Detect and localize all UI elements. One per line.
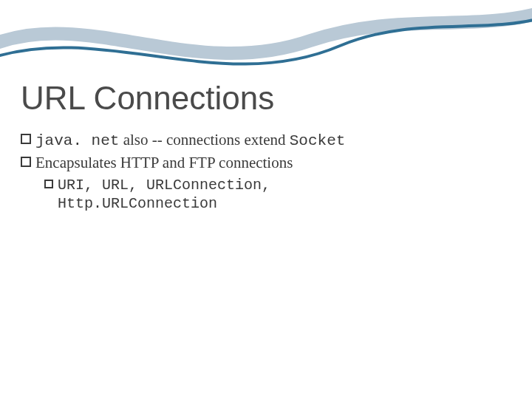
bullet-1-text: java. net also -- connections extend Soc… [35, 130, 345, 151]
wave-decor [0, 0, 532, 89]
slide: URL Connections java. net also -- connec… [0, 0, 532, 399]
bullet-1-code-b: Socket [290, 132, 346, 149]
subbullet-1-text: URI, URL, URLConnection, Http.URLConnect… [58, 176, 270, 214]
slide-content: java. net also -- connections extend Soc… [21, 130, 508, 214]
bullet-square-icon [21, 134, 31, 144]
subbullet-1-line1: URI, URL, URLConnection, [58, 176, 270, 195]
bullet-1-code-a: java. net [35, 132, 119, 149]
bullet-square-icon [21, 157, 31, 167]
bullet-1: java. net also -- connections extend Soc… [21, 130, 508, 151]
subbullet-1-line2: Http.URLConnection [58, 194, 270, 214]
subbullet-1: URI, URL, URLConnection, Http.URLConnect… [44, 176, 508, 214]
bullet-1-mid: also -- connections extend [119, 131, 289, 149]
bullet-2: Encapsulates HTTP and FTP connections [21, 153, 508, 173]
bullet-2-text: Encapsulates HTTP and FTP connections [35, 153, 293, 173]
wave-light [0, 11, 532, 53]
wave-dark [0, 16, 532, 64]
bullet-square-icon [44, 180, 53, 188]
slide-title: URL Connections [21, 80, 274, 117]
